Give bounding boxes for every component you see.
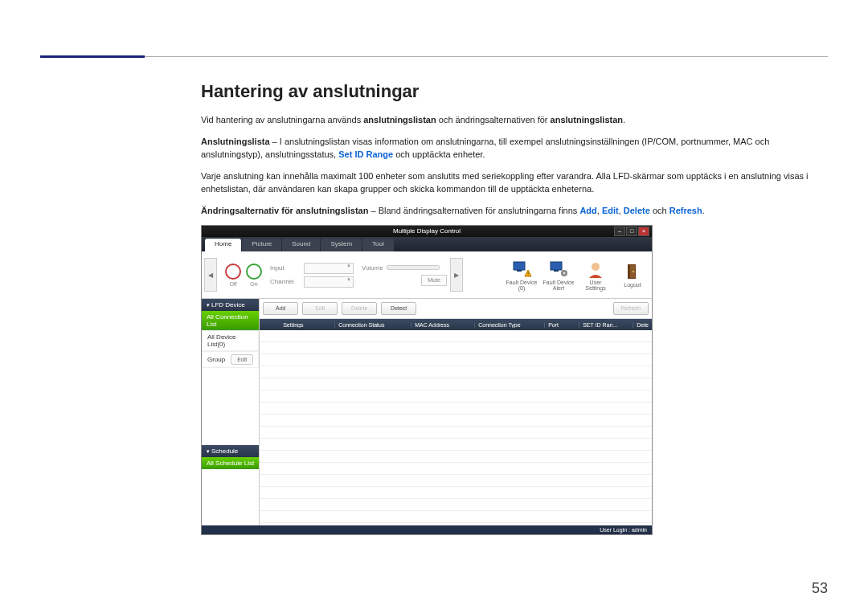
input-label: Input (270, 264, 301, 272)
svg-point-8 (592, 263, 600, 271)
nav-right-button[interactable]: ▶ (450, 258, 463, 292)
table-row (260, 330, 652, 342)
table-row (260, 475, 652, 487)
input-select[interactable] (304, 263, 354, 274)
sidebar-schedule-header[interactable]: Schedule (202, 445, 259, 457)
power-off-button[interactable]: Off (225, 264, 241, 287)
paragraph-4: Ändringsalternativ för anslutningslistan… (201, 204, 820, 218)
tab-system[interactable]: System (321, 239, 362, 251)
table-row (260, 403, 652, 415)
col-setid[interactable]: SET ID Ran... (579, 322, 633, 328)
tab-tool[interactable]: Tool (362, 239, 394, 251)
detect-button[interactable]: Detect (381, 302, 416, 315)
user-login-text: User Login : admin (600, 527, 647, 533)
table-row (260, 487, 652, 499)
col-type[interactable]: Connection Type (475, 322, 545, 328)
table-row (260, 427, 652, 439)
col-dete[interactable]: Dete (633, 322, 652, 328)
header-mark (40, 55, 145, 58)
crud-bar: Add Edit Delete Detect Refresh (260, 299, 652, 319)
tab-picture[interactable]: Picture (242, 239, 281, 251)
add-button[interactable]: Add (263, 302, 298, 315)
fault-alert-button[interactable]: Fault Device Alert (542, 260, 575, 291)
edit-button[interactable]: Edit (302, 302, 338, 315)
user-settings-button[interactable]: User Settings (579, 260, 612, 291)
statusbar: User Login : admin (202, 525, 652, 534)
app-title: Multiple Display Control (393, 227, 461, 235)
door-icon (622, 262, 643, 281)
toolbar: ◀ Off On Input Channel (202, 251, 652, 299)
minimize-button[interactable]: – (614, 227, 625, 236)
table-row (260, 415, 652, 427)
table-row (260, 390, 652, 403)
sidebar-item-all-device[interactable]: All Device List(0) (202, 330, 259, 351)
volume-label: Volume (362, 264, 383, 272)
monitor-warning-icon: ! (511, 260, 532, 279)
paragraph-3: Varje anslutning kan innehålla maximalt … (201, 170, 820, 196)
paragraph-2: Anslutningslista – I anslutningslistan v… (201, 135, 820, 161)
refresh-button[interactable]: Refresh (613, 302, 649, 315)
fault-device-button[interactable]: ! Fault Device (0) (505, 260, 538, 291)
app-window: Multiple Display Control – □ × Home Pict… (201, 225, 653, 535)
table-row (260, 439, 652, 451)
delete-button[interactable]: Delete (342, 302, 377, 315)
sidebar: LFD Device All Connection List All Devic… (202, 299, 260, 525)
table-row (260, 378, 652, 390)
table-row (260, 463, 652, 475)
paragraph-1: Vid hantering av anslutningarna används … (201, 113, 820, 127)
titlebar: Multiple Display Control – □ × (202, 226, 652, 237)
sidebar-lfd-header[interactable]: LFD Device (202, 299, 259, 311)
table-row (260, 342, 652, 354)
nav-left-button[interactable]: ◀ (204, 258, 217, 292)
monitor-gear-icon (548, 260, 569, 279)
sidebar-item-group[interactable]: Group Edit (202, 351, 259, 368)
col-settings[interactable]: Settings (280, 322, 335, 328)
tab-sound[interactable]: Sound (282, 239, 320, 251)
col-status[interactable]: Connection Status (335, 322, 411, 328)
volume-slider[interactable] (387, 265, 440, 270)
grid-header: Settings Connection Status MAC Address C… (260, 319, 652, 330)
sidebar-item-all-schedule[interactable]: All Schedule List (202, 457, 259, 469)
table-row (260, 499, 652, 511)
sidebar-item-all-connection[interactable]: All Connection List (202, 311, 259, 330)
logout-button[interactable]: Logout (616, 262, 649, 288)
page-title: Hantering av anslutningar (201, 81, 828, 102)
power-on-icon (246, 264, 262, 280)
svg-rect-1 (517, 270, 522, 272)
col-port[interactable]: Port (545, 322, 579, 328)
svg-rect-4 (551, 262, 562, 270)
grid-body (260, 330, 652, 525)
close-button[interactable]: × (638, 227, 649, 236)
channel-label: Channel (270, 278, 301, 285)
power-off-icon (225, 264, 241, 280)
page-number: 53 (812, 580, 828, 597)
svg-point-11 (633, 271, 634, 272)
table-row (260, 366, 652, 378)
col-mac[interactable]: MAC Address (411, 322, 475, 328)
svg-point-7 (563, 272, 566, 274)
svg-rect-0 (514, 262, 525, 270)
user-icon (585, 260, 606, 279)
channel-select[interactable] (304, 276, 354, 288)
main-area: Add Edit Delete Detect Refresh Settings … (260, 299, 652, 525)
maximize-button[interactable]: □ (626, 227, 637, 236)
svg-rect-5 (554, 270, 559, 272)
table-row (260, 511, 652, 523)
tabbar: Home Picture Sound System Tool (202, 237, 652, 251)
table-row (260, 451, 652, 463)
tab-home[interactable]: Home (205, 239, 241, 251)
table-row (260, 354, 652, 366)
mute-button[interactable]: Mute (421, 275, 447, 286)
group-edit-button[interactable]: Edit (231, 354, 253, 365)
power-on-button[interactable]: On (246, 264, 262, 287)
